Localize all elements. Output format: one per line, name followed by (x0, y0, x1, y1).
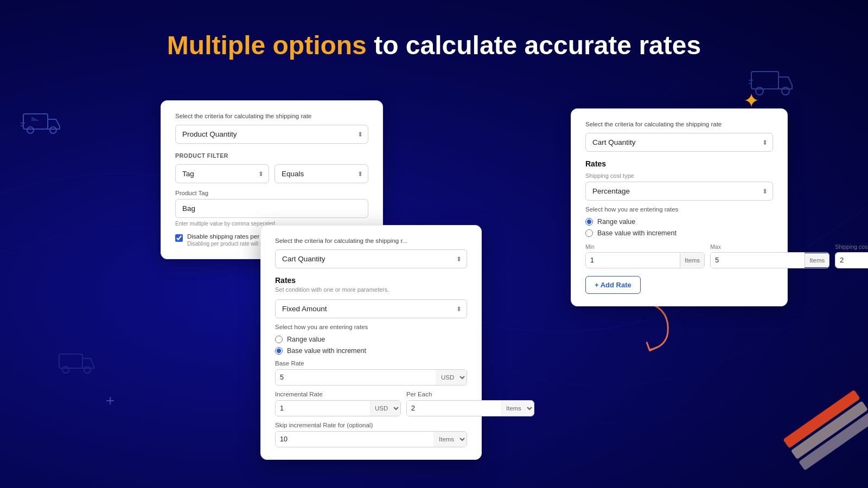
card3-incremental-left: Incremental Rate USD (275, 391, 401, 416)
card2-cost-wrapper: % (835, 252, 868, 268)
card3-per-each-right: Per Each Items (406, 391, 534, 416)
card3-incremental-label: Incremental Rate (275, 391, 401, 397)
card3-incremental-wrapper: USD (275, 400, 401, 416)
card2-max-label: Max (710, 243, 829, 250)
card2-radio-range-label: Range value (597, 218, 635, 226)
card1-filter-row: Tag ⬍ Equals ⬍ (175, 164, 368, 183)
card3-incremental-row: Incremental Rate USD Per Each (275, 391, 467, 416)
card2-min-group: Min Items (585, 243, 705, 268)
card3-radio-group: Range value Base value with increment (275, 336, 467, 355)
card2-cost-input[interactable] (835, 253, 868, 268)
card3-radio-base-input[interactable] (275, 347, 283, 355)
card2-max-suffix: Items (805, 253, 829, 267)
card1-filter-by-select[interactable]: Tag (175, 164, 269, 183)
page-title: Multiple options to calculate accurate r… (167, 30, 701, 61)
card2-radio-base-label: Base value with increment (597, 229, 676, 237)
card3-radio-range: Range value (275, 336, 467, 343)
card3-criteria-wrapper: Cart Quantity ⬍ (275, 249, 467, 268)
card2-cost-type-select[interactable]: Percentage (585, 182, 773, 201)
card3-cost-type-wrapper: Fixed Amount ⬍ (275, 299, 467, 318)
card2-criteria-label: Select the criteria for calculating the … (585, 121, 773, 127)
card3-radio-base: Base value with increment (275, 347, 467, 355)
card3-base-rate-currency-select[interactable]: USD (436, 370, 467, 385)
card3-radio-range-label: Range value (287, 336, 325, 343)
card1-product-tag-label: Product Tag (175, 190, 368, 196)
card1-filter-heading: PRODUCT FILTER (175, 152, 368, 159)
card2-add-rate-label: + Add Rate (595, 281, 631, 289)
card3-skip-input[interactable] (276, 432, 433, 447)
card2-criteria-select-wrapper: Cart Quantity ⬍ (585, 133, 773, 152)
card1-criteria-label: Select the criteria for calculating the … (175, 113, 368, 119)
card2-rates-title: Rates (585, 159, 773, 168)
card2-cost-group: Shipping cost % (835, 243, 868, 268)
card3-enter-rates-label: Select how you are entering rates (275, 324, 467, 330)
card2-max-group: Max Items (710, 243, 829, 268)
card2-cost-type-label: Shipping cost type (585, 172, 773, 179)
card2-enter-rates-label: Select how you are entering rates (585, 206, 773, 213)
card2-radio-base: Base value with increment (585, 229, 773, 237)
card3-incremental-currency-select[interactable]: USD (369, 401, 400, 416)
card2-add-rate-button[interactable]: + Add Rate (585, 276, 641, 294)
card3-base-rate-label: Base Rate (275, 360, 467, 367)
card2-min-wrapper: Items (585, 252, 705, 268)
card1-product-tag-input[interactable] (175, 199, 368, 218)
card2-rate-fields: Min Items Max Items Shipping cost (585, 243, 773, 268)
card3-per-each-input[interactable] (407, 401, 501, 416)
card3-criteria-select[interactable]: Cart Quantity (275, 249, 467, 268)
card-cart-quantity-back: Select the criteria for calculating the … (571, 108, 788, 306)
card2-min-suffix: Items (680, 253, 704, 267)
card3-radio-range-input[interactable] (275, 336, 283, 343)
card3-criteria-label: Select the criteria for calculating the … (275, 237, 467, 244)
card3-rates-subtitle: Set condition with one or more parameter… (275, 286, 467, 293)
card2-cost-label: Shipping cost (835, 243, 868, 250)
card2-cost-type-wrapper: Percentage ⬍ (585, 182, 773, 201)
card3-radio-base-label: Base value with increment (287, 347, 366, 355)
card2-min-label: Min (585, 243, 705, 250)
card2-min-input[interactable] (586, 253, 680, 268)
card2-criteria-select[interactable]: Cart Quantity (585, 133, 773, 152)
card3-per-each-label: Per Each (406, 391, 534, 397)
card2-radio-group: Range value Base value with increment (585, 218, 773, 237)
card1-filter-by-wrapper: Tag ⬍ (175, 164, 269, 183)
card3-base-rate-input[interactable] (276, 370, 436, 385)
card1-criteria-select-wrapper: Product Quantity ⬍ (175, 125, 368, 144)
card1-disable-checkbox[interactable] (175, 234, 183, 242)
card3-cost-type-select[interactable]: Fixed Amount (275, 299, 467, 318)
card3-per-each-wrapper: Items (406, 400, 534, 416)
card1-filter-cond-select[interactable]: Equals (275, 164, 368, 183)
card3-skip-label: Skip incremental Rate for (optional) (275, 422, 467, 428)
card3-per-each-suffix-select[interactable]: Items (501, 401, 534, 416)
card-cart-quantity-front: Select the criteria for calculating the … (260, 225, 482, 460)
card2-radio-range-input[interactable] (585, 218, 593, 226)
card2-radio-range: Range value (585, 218, 773, 226)
card1-criteria-select[interactable]: Product Quantity (175, 125, 368, 144)
page-content: Multiple options to calculate accurate r… (0, 0, 868, 488)
card2-max-input[interactable] (711, 253, 805, 268)
card3-skip-wrapper: Items (275, 431, 467, 447)
card3-skip-suffix-select[interactable]: Items (433, 432, 467, 447)
card2-radio-base-input[interactable] (585, 229, 593, 237)
card3-incremental-input[interactable] (276, 401, 369, 416)
card2-max-wrapper: Items (710, 252, 829, 268)
card3-base-rate-wrapper: USD (275, 369, 467, 386)
card1-filter-cond-wrapper: Equals ⬍ (275, 164, 368, 183)
card3-rates-title: Rates (275, 276, 467, 285)
